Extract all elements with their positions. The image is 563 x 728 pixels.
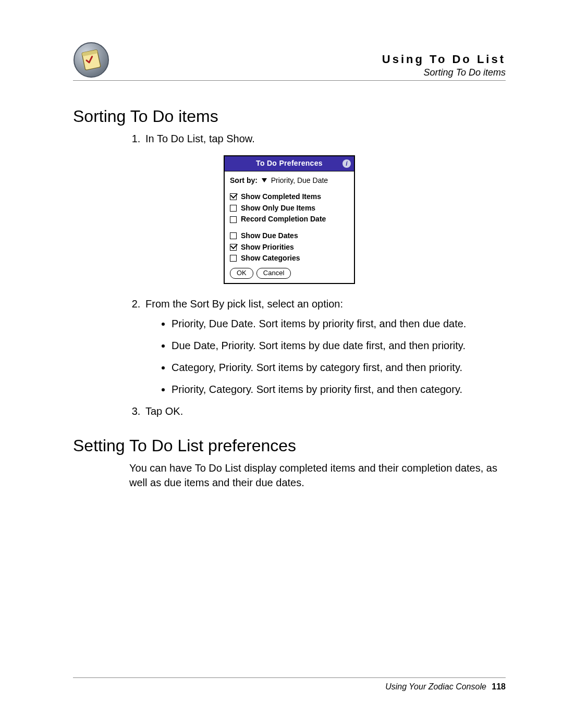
section-heading-preferences: Setting To Do List preferences bbox=[73, 436, 506, 455]
dialog-buttons: OK Cancel bbox=[230, 268, 349, 279]
figure-container: To Do Preferences i Sort by: Priority, D… bbox=[73, 155, 506, 284]
todo-chapter-icon bbox=[73, 42, 109, 78]
cancel-button[interactable]: Cancel bbox=[256, 268, 291, 279]
step-3: Tap OK. bbox=[143, 404, 506, 418]
dialog-title: To Do Preferences bbox=[256, 158, 323, 169]
steps-list-cont: From the Sort By pick list, select an op… bbox=[73, 297, 506, 418]
dialog-titlebar: To Do Preferences i bbox=[225, 156, 354, 171]
page: Using To Do List Sorting To Do items Sor… bbox=[0, 0, 563, 728]
sort-by-row: Sort by: Priority, Due Date bbox=[230, 176, 349, 186]
page-header: Using To Do List Sorting To Do items bbox=[73, 42, 506, 81]
steps-list: In To Do List, tap Show. bbox=[73, 131, 506, 146]
check-label: Show Priorities bbox=[241, 242, 294, 253]
check-label: Show Categories bbox=[241, 253, 300, 264]
step-2: From the Sort By pick list, select an op… bbox=[143, 297, 506, 397]
prefs-description: You can have To Do List display complete… bbox=[129, 461, 506, 490]
ok-button[interactable]: OK bbox=[230, 268, 253, 279]
sort-by-value[interactable]: Priority, Due Date bbox=[271, 176, 328, 184]
check-show-categories[interactable]: Show Categories bbox=[230, 253, 349, 264]
chapter-title: Using To Do List bbox=[120, 53, 506, 66]
step-2-intro: From the Sort By pick list, select an op… bbox=[145, 298, 343, 310]
sort-options-list: Priority, Due Date. Sort items by priori… bbox=[145, 316, 506, 397]
section-body: In To Do List, tap Show. To Do Preferenc… bbox=[73, 131, 506, 418]
check-label: Show Only Due Items bbox=[241, 203, 315, 214]
check-show-priorities[interactable]: Show Priorities bbox=[230, 242, 349, 253]
dropdown-icon[interactable] bbox=[262, 178, 267, 182]
check-show-due-dates[interactable]: Show Due Dates bbox=[230, 231, 349, 241]
dialog-body: Sort by: Priority, Due Date Show Complet… bbox=[225, 171, 354, 283]
header-text: Using To Do List Sorting To Do items bbox=[120, 53, 506, 78]
option-category-priority: Category, Priority. Sort items by catego… bbox=[172, 360, 506, 375]
option-duedate-priority: Due Date, Priority. Sort items by due da… bbox=[172, 338, 506, 353]
page-footer: Using Your Zodiac Console 118 bbox=[73, 677, 506, 692]
page-number: 118 bbox=[492, 682, 506, 691]
check-show-completed[interactable]: Show Completed Items bbox=[230, 192, 349, 202]
step-1: In To Do List, tap Show. bbox=[143, 131, 506, 146]
check-show-only-due[interactable]: Show Only Due Items bbox=[230, 203, 349, 214]
option-priority-category: Priority, Category. Sort items by priori… bbox=[172, 382, 506, 397]
checkbox-icon[interactable] bbox=[230, 232, 237, 239]
check-label: Record Completion Date bbox=[241, 214, 326, 225]
check-label: Show Completed Items bbox=[241, 192, 321, 202]
section2-body: You can have To Do List display complete… bbox=[73, 461, 506, 490]
check-label: Show Due Dates bbox=[241, 231, 298, 241]
info-icon[interactable]: i bbox=[342, 159, 351, 168]
sort-by-label: Sort by: bbox=[230, 176, 258, 184]
todo-preferences-dialog: To Do Preferences i Sort by: Priority, D… bbox=[224, 155, 355, 284]
checkbox-icon[interactable] bbox=[230, 193, 237, 200]
header-section-title: Sorting To Do items bbox=[120, 67, 506, 78]
option-priority-duedate: Priority, Due Date. Sort items by priori… bbox=[172, 316, 506, 331]
footer-text: Using Your Zodiac Console bbox=[385, 682, 486, 691]
checkbox-icon[interactable] bbox=[230, 216, 237, 223]
checkbox-icon[interactable] bbox=[230, 255, 237, 262]
checkbox-icon[interactable] bbox=[230, 205, 237, 212]
checkbox-icon[interactable] bbox=[230, 244, 237, 251]
check-record-completion-date[interactable]: Record Completion Date bbox=[230, 214, 349, 225]
section-heading-sorting: Sorting To Do items bbox=[73, 107, 506, 126]
